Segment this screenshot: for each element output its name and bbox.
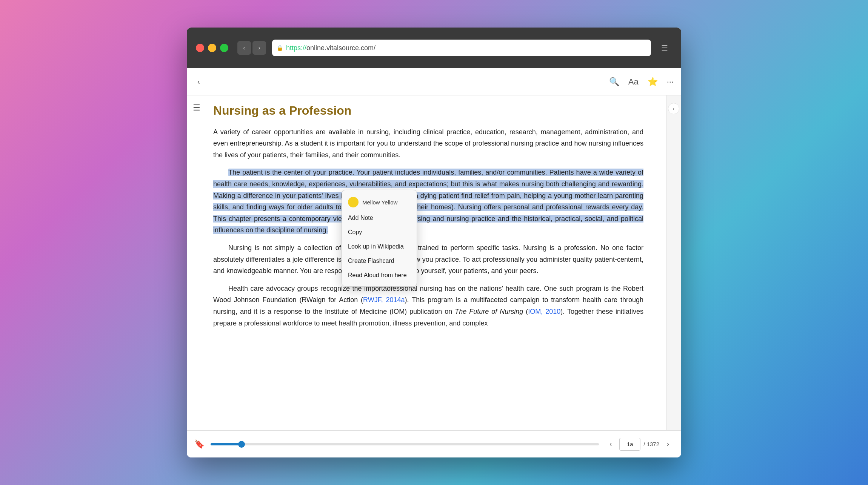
content-area: Nursing as a Profession A variety of car… — [206, 95, 666, 430]
progress-bar[interactable] — [211, 443, 599, 445]
bottom-bar: 🔖 ‹ / 1372 › — [187, 430, 681, 457]
nav-buttons: ‹ › — [237, 41, 266, 55]
lock-icon: 🔒 — [277, 45, 283, 51]
more-options-icon[interactable]: ··· — [667, 77, 674, 87]
total-pages: / 1372 — [643, 441, 659, 447]
reader-toolbar: ‹ 🔍 Aa ⭐ ··· — [187, 68, 681, 95]
context-menu-flashcard[interactable]: Create Flashcard — [342, 254, 417, 268]
context-menu: Mellow Yellow Add Note Copy Look up in W… — [342, 190, 417, 287]
highlighted-text: The patient is the center of your practi… — [213, 169, 643, 234]
sidebar-menu-icon[interactable]: ☰ — [193, 103, 200, 113]
paragraph-1: A variety of career opportunities are av… — [213, 126, 643, 161]
next-page-button[interactable]: › — [662, 439, 674, 450]
close-button[interactable] — [196, 44, 204, 52]
highlight-color-swatch[interactable] — [348, 197, 359, 207]
highlight-label: Mellow Yellow — [362, 199, 397, 206]
chapter-title: Nursing as a Profession — [213, 103, 643, 119]
right-panel-toggle: ‹ — [666, 95, 681, 430]
page-navigation: ‹ / 1372 › — [605, 438, 674, 451]
context-menu-add-note[interactable]: Add Note — [342, 211, 417, 225]
forward-nav-button[interactable]: › — [252, 41, 266, 55]
font-size-icon[interactable]: Aa — [628, 77, 639, 87]
title-bar: ‹ › 🔒 https://online.vitalsource.com/ ☰ — [187, 28, 681, 68]
highlight-icon[interactable]: ⭐ — [648, 77, 658, 87]
panel-collapse-button[interactable]: ‹ — [668, 103, 679, 114]
context-menu-header: Mellow Yellow — [342, 194, 417, 209]
paragraph-4: Health care advocacy groups recognize th… — [213, 283, 643, 329]
maximize-button[interactable] — [220, 44, 228, 52]
context-menu-copy[interactable]: Copy — [342, 225, 417, 239]
search-icon[interactable]: 🔍 — [609, 77, 619, 87]
iom-link[interactable]: IOM, 2010 — [528, 308, 560, 315]
back-button[interactable]: ‹ — [194, 74, 203, 89]
progress-fill — [211, 443, 242, 445]
bookmark-icon[interactable]: 🔖 — [194, 439, 205, 449]
main-content: ☰ Nursing as a Profession A variety of c… — [187, 95, 681, 430]
current-page-input[interactable] — [619, 438, 640, 451]
context-menu-wikipedia[interactable]: Look up in Wikipedia — [342, 239, 417, 254]
prev-page-button[interactable]: ‹ — [605, 439, 616, 450]
browser-window: ‹ › 🔒 https://online.vitalsource.com/ ☰ … — [187, 28, 681, 457]
toolbar-icons: 🔍 Aa ⭐ ··· — [609, 77, 674, 87]
back-nav-button[interactable]: ‹ — [237, 41, 251, 55]
context-menu-read-aloud[interactable]: Read Aloud from here — [342, 268, 417, 282]
traffic-lights — [196, 44, 228, 52]
url-display: https://online.vitalsource.com/ — [286, 44, 376, 52]
minimize-button[interactable] — [208, 44, 216, 52]
progress-thumb[interactable] — [238, 441, 245, 448]
rwjf-link[interactable]: RWJF, 2014a — [363, 296, 405, 304]
paragraph-3: Nursing is not simply a collection of sp… — [213, 242, 643, 277]
sidebar-toggle: ☰ — [187, 95, 206, 430]
browser-menu-button[interactable]: ☰ — [657, 40, 672, 55]
paragraph-2-highlighted: The patient is the center of your practi… — [213, 167, 643, 236]
address-bar[interactable]: 🔒 https://online.vitalsource.com/ — [272, 40, 651, 56]
